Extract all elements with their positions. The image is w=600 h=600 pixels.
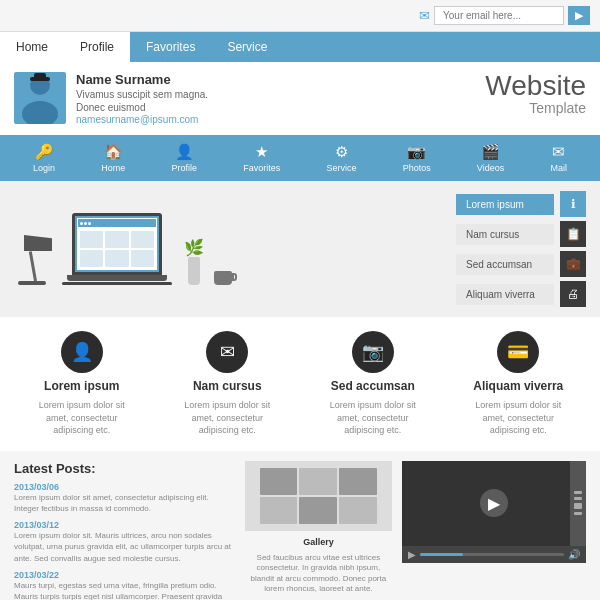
post-date-3: 2013/03/22 <box>14 570 235 580</box>
sidebar-menu-label-2: Nam cursus <box>456 224 554 245</box>
icon-nav-mail[interactable]: ✉ Mail <box>550 143 567 173</box>
nav-home[interactable]: Home <box>0 32 64 62</box>
icon-nav-videos[interactable]: 🎬 Videos <box>477 143 504 173</box>
svg-point-1 <box>22 101 58 124</box>
videos-icon: 🎬 <box>481 143 500 161</box>
sidebar-menu-icon-2: 📋 <box>560 221 586 247</box>
feature-desc-3: Lorem ipsum dolor sit amet, consectetur … <box>318 399 428 437</box>
sidebar-menu-item-2[interactable]: Nam cursus 📋 <box>456 221 586 247</box>
feature-title-4: Aliquam viverra <box>473 379 563 393</box>
lamp <box>14 235 52 285</box>
profile-icon: 👤 <box>175 143 194 161</box>
profile-tagline: Vivamus suscipit sem magna. <box>76 89 208 100</box>
sidebar-menu-label-4: Aliquam viverra <box>456 284 554 305</box>
feature-desc-1: Lorem ipsum dolor sit amet, consectetur … <box>27 399 137 437</box>
play-button[interactable]: ▶ <box>480 489 508 517</box>
gallery-box <box>245 461 392 531</box>
top-bar: ✉ ▶ <box>0 0 600 32</box>
avatar <box>14 72 66 124</box>
feature-desc-2: Lorem ipsum dolor sit amet, consectetur … <box>172 399 282 437</box>
service-icon: ⚙ <box>335 143 348 161</box>
video-box: ▶ <box>402 461 586 546</box>
gallery-desc: Sed faucibus arcu vitae est ultrices con… <box>245 553 392 595</box>
post-text-2: Lorem ipsum dolor sit. Mauris ultrices, … <box>14 530 235 564</box>
icon-nav-service[interactable]: ⚙ Service <box>326 143 356 173</box>
nav-favorites[interactable]: Favorites <box>130 32 211 62</box>
feature-2: ✉ Nam cursus Lorem ipsum dolor sit amet,… <box>172 331 282 437</box>
feature-icon-3: 📷 <box>352 331 394 373</box>
post-date-2: 2013/03/12 <box>14 520 235 530</box>
svg-rect-3 <box>34 73 46 78</box>
profile-info: Name Surname Vivamus suscipit sem magna.… <box>76 72 208 125</box>
laptop <box>62 213 172 285</box>
profile-name: Name Surname <box>76 72 208 87</box>
website-title: Website <box>485 72 586 100</box>
desk-illustration: 🌿 <box>14 213 234 285</box>
feature-icon-1: 👤 <box>61 331 103 373</box>
bottom-section: Latest Posts: 2013/03/06 Lorem ipsum dol… <box>0 451 600 600</box>
feature-title-2: Nam cursus <box>193 379 262 393</box>
post-date-1: 2013/03/06 <box>14 482 235 492</box>
icon-nav-home[interactable]: 🏠 Home <box>101 143 125 173</box>
main-nav: Home Profile Favorites Service <box>0 32 600 62</box>
icon-nav-home-label: Home <box>101 163 125 173</box>
home-icon: 🏠 <box>104 143 123 161</box>
hero-sidebar: Lorem ipsum ℹ Nam cursus 📋 Sed accumsan … <box>456 191 586 307</box>
icon-nav-login[interactable]: 🔑 Login <box>33 143 55 173</box>
video-volume-icon[interactable]: 🔊 <box>568 549 580 560</box>
icon-nav-profile-label: Profile <box>172 163 198 173</box>
post-entry-1: 2013/03/06 Lorem ipsum dolor sit amet, c… <box>14 482 235 514</box>
sidebar-menu-icon-3: 💼 <box>560 251 586 277</box>
post-text-3: Maurs turpi, egestas sed uma vitae, frin… <box>14 580 235 600</box>
profile-email[interactable]: namesurname@ipsum.com <box>76 114 198 125</box>
sidebar-menu-item-3[interactable]: Sed accumsan 💼 <box>456 251 586 277</box>
features-section: 👤 Lorem ipsum Lorem ipsum dolor sit amet… <box>0 317 600 451</box>
website-title-block: Website Template <box>485 72 586 116</box>
hero-section: 🌿 Lorem ipsum ℹ Nam cursus 📋 Sed accumsa… <box>0 181 600 317</box>
video-controls: ▶ 🔊 <box>402 546 586 563</box>
sidebar-menu-icon-4: 🖨 <box>560 281 586 307</box>
photos-icon: 📷 <box>407 143 426 161</box>
feature-3: 📷 Sed accumsan Lorem ipsum dolor sit ame… <box>318 331 428 437</box>
icon-nav-videos-label: Videos <box>477 163 504 173</box>
icon-nav-profile[interactable]: 👤 Profile <box>172 143 198 173</box>
video-play-icon[interactable]: ▶ <box>408 549 416 560</box>
posts-column: Latest Posts: 2013/03/06 Lorem ipsum dol… <box>14 461 235 600</box>
post-text-1: Lorem ipsum dolor sit amet, consectetur … <box>14 492 235 514</box>
sidebar-menu-label-1: Lorem ipsum <box>456 194 554 215</box>
website-subtitle: Template <box>485 100 586 116</box>
video-column: ▶ ▶ 🔊 <box>402 461 586 600</box>
icon-nav: 🔑 Login 🏠 Home 👤 Profile ★ Favorites ⚙ S… <box>0 135 600 181</box>
mail-icon: ✉ <box>552 143 565 161</box>
sidebar-menu-item-4[interactable]: Aliquam viverra 🖨 <box>456 281 586 307</box>
sidebar-menu-item-1[interactable]: Lorem ipsum ℹ <box>456 191 586 217</box>
profile-location: Donec euismod <box>76 102 208 113</box>
email-input[interactable] <box>434 6 564 25</box>
sidebar-menu-icon-1: ℹ <box>560 191 586 217</box>
email-submit-button[interactable]: ▶ <box>568 6 590 25</box>
feature-icon-2: ✉ <box>206 331 248 373</box>
video-progress-bar[interactable] <box>420 553 564 556</box>
gallery-column: Gallery Sed faucibus arcu vitae est ultr… <box>245 461 392 600</box>
email-icon: ✉ <box>419 8 430 23</box>
feature-title-1: Lorem ipsum <box>44 379 119 393</box>
video-progress-fill <box>420 553 463 556</box>
icon-nav-photos[interactable]: 📷 Photos <box>403 143 431 173</box>
profile-left: Name Surname Vivamus suscipit sem magna.… <box>14 72 208 125</box>
key-icon: 🔑 <box>35 143 54 161</box>
gallery-grid <box>260 468 378 524</box>
nav-profile[interactable]: Profile <box>64 32 130 62</box>
nav-service[interactable]: Service <box>211 32 283 62</box>
gallery-title: Gallery <box>245 537 392 547</box>
feature-desc-4: Lorem ipsum dolor sit amet, consectetur … <box>463 399 573 437</box>
icon-nav-login-label: Login <box>33 163 55 173</box>
post-entry-2: 2013/03/12 Lorem ipsum dolor sit. Mauris… <box>14 520 235 564</box>
feature-1: 👤 Lorem ipsum Lorem ipsum dolor sit amet… <box>27 331 137 437</box>
feature-icon-4: 💳 <box>497 331 539 373</box>
profile-header: Name Surname Vivamus suscipit sem magna.… <box>0 62 600 135</box>
icon-nav-photos-label: Photos <box>403 163 431 173</box>
icon-nav-service-label: Service <box>326 163 356 173</box>
post-entry-3: 2013/03/22 Maurs turpi, egestas sed uma … <box>14 570 235 600</box>
icon-nav-favorites[interactable]: ★ Favorites <box>243 143 280 173</box>
feature-title-3: Sed accumsan <box>331 379 415 393</box>
